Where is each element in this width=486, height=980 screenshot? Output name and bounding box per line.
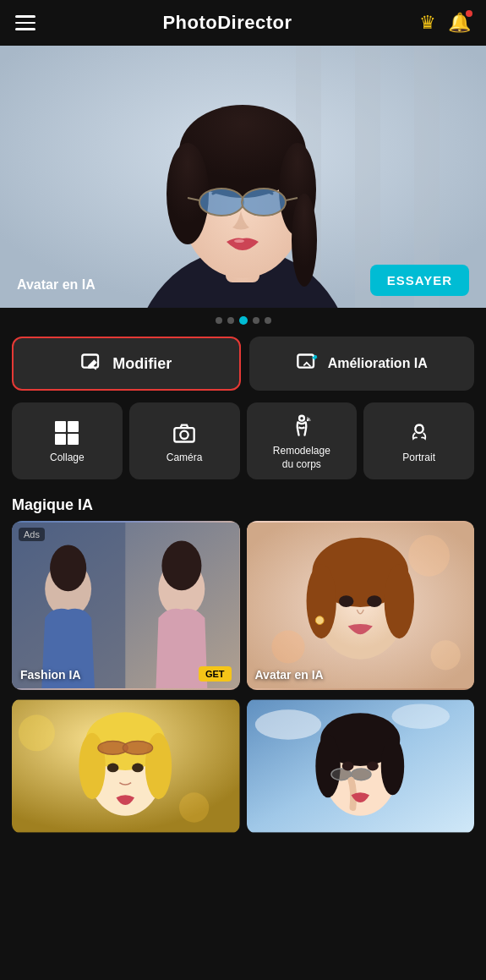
remodelage-button[interactable]: Remodelagedu corps (247, 402, 358, 479)
body-icon (290, 414, 314, 438)
fashion-card-image (12, 521, 240, 690)
hero-try-button[interactable]: ESSAYER (370, 265, 469, 296)
avatar-ia-card[interactable]: Avatar en IA (247, 521, 475, 690)
app-title: PhotoDirector (162, 12, 292, 34)
svg-point-34 (430, 640, 460, 670)
fashion-ia-card[interactable]: Ads Fashion IA GET (12, 521, 240, 690)
dot-1[interactable] (216, 317, 222, 324)
camera-label: Caméra (167, 452, 203, 465)
svg-point-41 (315, 616, 324, 625)
ai-enhance-icon (296, 352, 319, 375)
svg-point-21 (180, 430, 188, 438)
dot-4[interactable] (253, 317, 259, 324)
dot-3-active[interactable] (239, 316, 248, 325)
svg-point-51 (107, 764, 119, 773)
svg-point-28 (50, 545, 86, 592)
svg-point-38 (384, 564, 413, 638)
dot-5[interactable] (265, 317, 271, 324)
svg-point-55 (391, 704, 450, 729)
hero-banner: Avatar en IA ESSAYER (0, 46, 486, 308)
collage-button[interactable]: Collage (12, 402, 123, 479)
amelioration-label: Amélioration IA (328, 356, 428, 371)
bottom-card-2-image (247, 698, 475, 834)
svg-point-63 (367, 762, 379, 771)
remodelage-label: Remodelagedu corps (273, 445, 330, 471)
svg-point-59 (380, 737, 403, 796)
svg-point-58 (315, 735, 340, 797)
svg-point-40 (367, 595, 382, 607)
svg-point-47 (79, 733, 105, 799)
tools-grid: Collage Caméra Remodelagedu corps P (0, 399, 486, 488)
carousel-dots (0, 308, 486, 331)
notification-dot (466, 10, 472, 17)
svg-point-52 (132, 764, 144, 773)
edit-icon (80, 352, 104, 375)
dot-2[interactable] (227, 317, 234, 324)
avatar-card-image (247, 521, 475, 690)
svg-point-37 (306, 564, 336, 638)
collage-icon (55, 421, 79, 445)
svg-point-10 (292, 194, 317, 287)
crown-icon[interactable]: ♛ (419, 12, 436, 34)
bottom-card-1[interactable] (12, 698, 240, 834)
collage-label: Collage (50, 452, 85, 465)
modifier-button[interactable]: Modifier (12, 337, 241, 391)
svg-point-48 (145, 733, 172, 799)
magique-grid: Ads Fashion IA GET (0, 521, 486, 698)
magique-title: Magique IA (0, 488, 486, 521)
modifier-label: Modifier (112, 355, 172, 373)
svg-point-22 (299, 416, 304, 421)
svg-point-43 (19, 714, 55, 751)
app-header: PhotoDirector ♛ 🔔 (0, 0, 486, 46)
portrait-icon (407, 421, 431, 445)
menu-icon[interactable] (15, 15, 35, 30)
fashion-ia-label: Fashion IA (20, 668, 81, 682)
bottom-card-1-image (12, 698, 240, 834)
magique-section: Magique IA (0, 488, 486, 698)
svg-point-23 (307, 419, 309, 421)
header-left (15, 15, 35, 30)
svg-point-61 (351, 769, 371, 780)
main-action-buttons: Modifier Amélioration IA (0, 331, 486, 399)
portrait-label: Portrait (402, 452, 435, 465)
svg-point-44 (179, 793, 209, 823)
bell-wrapper[interactable]: 🔔 (448, 12, 471, 34)
camera-icon (172, 421, 196, 445)
svg-point-33 (271, 631, 304, 664)
ads-badge: Ads (19, 528, 45, 541)
svg-point-16 (234, 239, 244, 243)
svg-point-39 (338, 595, 353, 607)
svg-point-50 (123, 742, 152, 755)
camera-button[interactable]: Caméra (129, 402, 240, 479)
svg-point-11 (199, 189, 243, 216)
amelioration-button[interactable]: Amélioration IA (249, 337, 475, 391)
svg-point-54 (254, 710, 320, 740)
avatar-ia-label: Avatar en IA (255, 668, 324, 682)
portrait-button[interactable]: Portrait (363, 402, 474, 479)
svg-point-62 (341, 762, 353, 771)
get-badge[interactable]: GET (199, 666, 232, 682)
svg-rect-18 (298, 355, 314, 368)
svg-point-8 (167, 143, 209, 244)
svg-point-30 (161, 541, 201, 591)
hero-label: Avatar en IA (17, 277, 96, 293)
header-right: ♛ 🔔 (419, 12, 471, 34)
bottom-cards-grid (0, 698, 486, 847)
svg-point-32 (408, 535, 450, 577)
bottom-card-2[interactable] (247, 698, 475, 834)
svg-point-12 (242, 189, 286, 216)
